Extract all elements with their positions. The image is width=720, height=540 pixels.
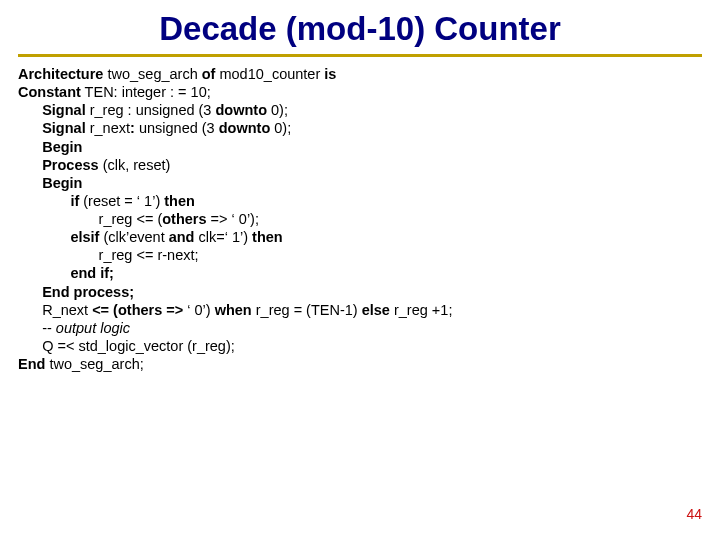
code-line: elsif (clk’event and clk=‘ 1’) then [18,228,702,246]
code-line: Architecture two_seg_arch of mod10_count… [18,65,702,83]
code-line: Process (clk, reset) [18,156,702,174]
code-line: r_reg <= (others => ‘ 0’); [18,210,702,228]
code-line: Begin [18,174,702,192]
code-line: Constant TEN: integer : = 10; [18,83,702,101]
code-line: Signal r_reg : unsigned (3 downto 0); [18,101,702,119]
code-line: -- output logic [18,319,702,337]
code-line: End two_seg_arch; [18,355,702,373]
slide: Decade (mod-10) Counter Architecture two… [0,0,720,540]
code-block: Architecture two_seg_arch of mod10_count… [0,61,720,373]
code-line: Q =< std_logic_vector (r_reg); [18,337,702,355]
code-line: if (reset = ‘ 1’) then [18,192,702,210]
code-line: R_next <= (others => ‘ 0’) when r_reg = … [18,301,702,319]
code-line: End process; [18,283,702,301]
slide-title: Decade (mod-10) Counter [0,0,720,54]
code-line: end if; [18,264,702,282]
page-number: 44 [686,506,702,522]
code-line: Begin [18,138,702,156]
code-line: r_reg <= r-next; [18,246,702,264]
code-line: Signal r_next: unsigned (3 downto 0); [18,119,702,137]
title-divider [18,54,702,57]
